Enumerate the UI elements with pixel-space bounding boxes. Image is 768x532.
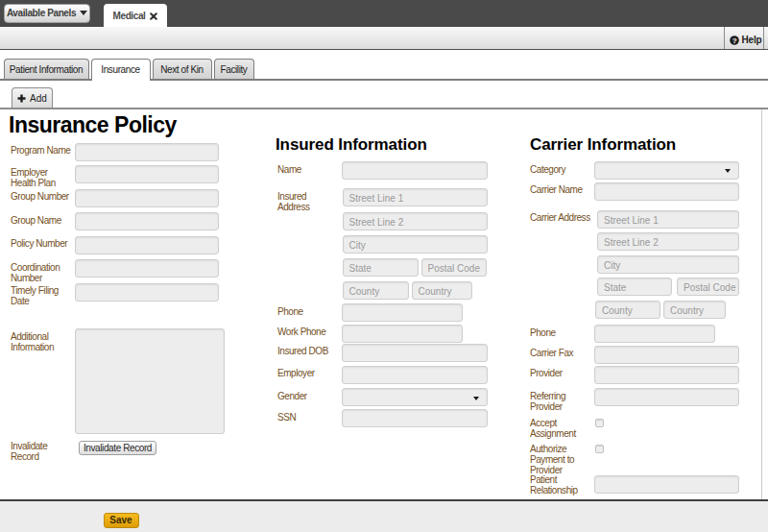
svg-text:?: ? (732, 36, 737, 45)
